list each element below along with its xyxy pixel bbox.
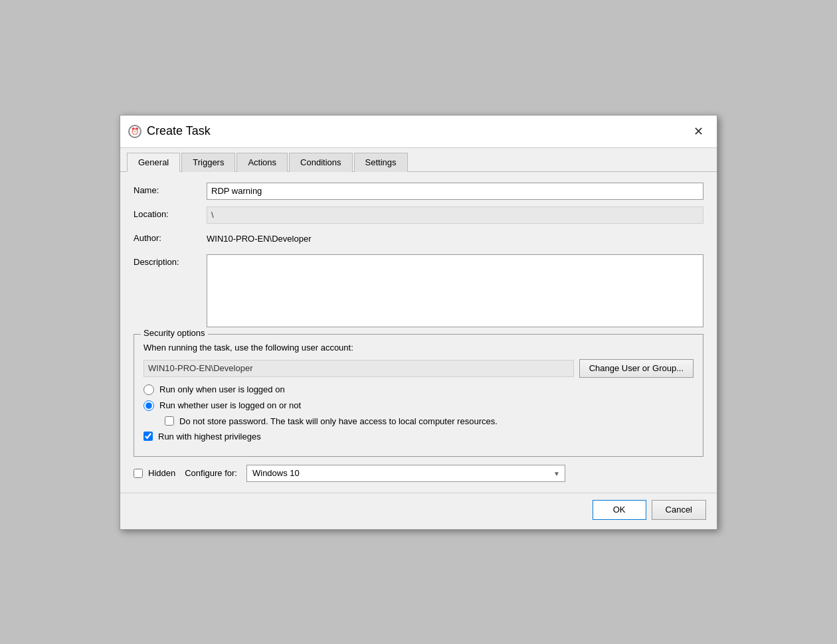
donotstore-row: Do not store password. The task will onl… xyxy=(165,416,694,426)
ok-button[interactable]: OK xyxy=(593,500,646,520)
configure-select[interactable]: Windows 10 Windows 7, Windows 8 Windows … xyxy=(246,465,565,482)
close-button[interactable]: ✕ xyxy=(689,122,707,141)
name-input[interactable] xyxy=(207,183,703,200)
location-value: \ xyxy=(207,206,703,224)
security-description: When running the task, use the following… xyxy=(143,343,694,353)
highest-privileges-row: Run with highest privileges xyxy=(143,432,694,442)
radio-logged-on-label: Run only when user is logged on xyxy=(159,384,285,394)
hidden-row: Hidden xyxy=(134,468,175,478)
title-bar-left: ⏰ Create Task xyxy=(128,124,211,138)
name-label: Name: xyxy=(134,183,207,195)
dialog-footer: OK Cancel xyxy=(120,493,717,529)
bottom-row: Hidden Configure for: Windows 10 Windows… xyxy=(134,465,703,482)
name-row: Name: xyxy=(134,183,703,200)
create-task-dialog: ⏰ Create Task ✕ General Triggers Actions… xyxy=(120,115,717,530)
tab-actions[interactable]: Actions xyxy=(236,153,288,172)
author-value: WIN10-PRO-EN\Developer xyxy=(207,230,703,248)
security-options-group: Security options When running the task, … xyxy=(134,334,703,457)
highest-privileges-label: Run with highest privileges xyxy=(158,432,261,442)
tab-conditions[interactable]: Conditions xyxy=(289,153,352,172)
tabs-bar: General Triggers Actions Conditions Sett… xyxy=(120,148,717,172)
donotstore-label: Do not store password. The task will onl… xyxy=(179,416,498,426)
dialog-title: Create Task xyxy=(147,124,211,138)
donotstore-checkbox[interactable] xyxy=(165,416,174,426)
change-user-button[interactable]: Change User or Group... xyxy=(579,359,694,378)
configure-select-wrapper: Windows 10 Windows 7, Windows 8 Windows … xyxy=(246,465,565,482)
author-row: Author: WIN10-PRO-EN\Developer xyxy=(134,230,703,248)
title-bar: ⏰ Create Task ✕ xyxy=(120,116,717,148)
location-label: Location: xyxy=(134,206,207,219)
location-row: Location: \ xyxy=(134,206,703,224)
author-label: Author: xyxy=(134,230,207,243)
hidden-label: Hidden xyxy=(148,468,175,478)
tab-general[interactable]: General xyxy=(127,153,180,172)
radio-logged-on-row: Run only when user is logged on xyxy=(143,384,694,395)
description-textarea[interactable] xyxy=(207,254,703,327)
radio-whether-logged-label: Run whether user is logged on or not xyxy=(159,400,301,410)
hidden-checkbox[interactable] xyxy=(134,469,143,478)
cancel-button[interactable]: Cancel xyxy=(652,500,706,520)
tab-content: Name: Location: \ Author: WIN10-PRO-EN\D… xyxy=(120,172,717,493)
description-row: Description: xyxy=(134,254,703,327)
highest-privileges-checkbox[interactable] xyxy=(143,432,153,441)
radio-whether-logged[interactable] xyxy=(143,400,154,411)
user-account-input[interactable] xyxy=(143,360,574,377)
user-account-row: Change User or Group... xyxy=(143,359,694,378)
security-group-legend: Security options xyxy=(141,328,208,338)
description-label: Description: xyxy=(134,254,207,267)
configure-label: Configure for: xyxy=(185,468,237,478)
radio-logged-on[interactable] xyxy=(143,384,154,395)
tab-triggers[interactable]: Triggers xyxy=(181,153,235,172)
dialog-icon: ⏰ xyxy=(128,125,141,138)
tab-settings[interactable]: Settings xyxy=(354,153,408,172)
radio-whether-logged-row: Run whether user is logged on or not xyxy=(143,400,694,411)
